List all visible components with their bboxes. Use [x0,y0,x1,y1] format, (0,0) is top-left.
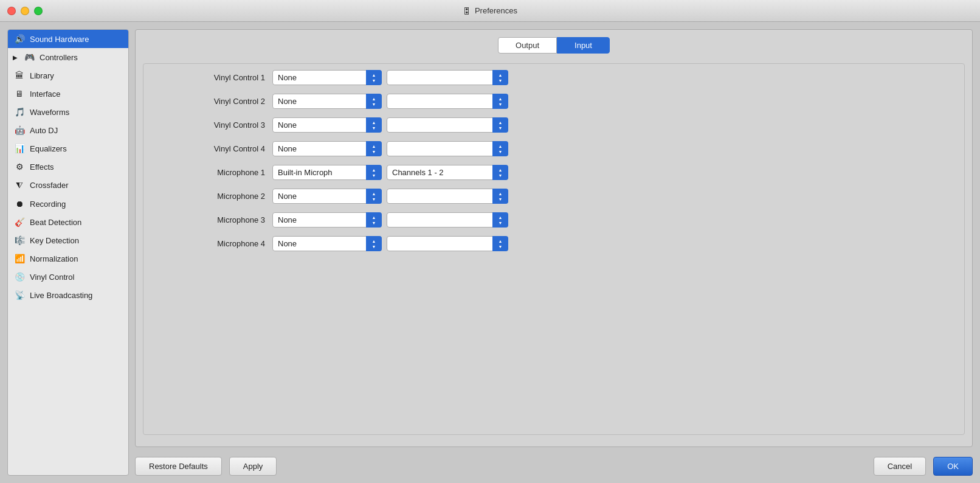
crossfader-icon: ⧨ [14,180,25,190]
expand-arrow-icon: ▶ [13,54,18,61]
sidebar-item-label: Normalization [30,254,78,263]
device-dropdown-wrap: NoneBuilt-in MicrophBuilt-in InputUSB Au… [272,212,382,228]
device-dropdown-wrap: NoneBuilt-in MicrophBuilt-in InputUSB Au… [272,236,382,251]
main-container: 🔊Sound Hardware▶🎮Controllers🏛Library🖥Int… [0,22,980,483]
sidebar: 🔊Sound Hardware▶🎮Controllers🏛Library🖥Int… [7,29,129,476]
row-label: Vinyl Control 3 [156,120,265,130]
row-controls: NoneBuilt-in MicrophBuilt-in InputUSB Au… [272,70,952,85]
sidebar-item-label: Sound Hardware [30,35,89,44]
recording-icon: ⏺ [14,199,25,209]
sidebar-item-recording[interactable]: ⏺Recording [8,195,128,213]
channel-select[interactable]: Channels 1 - 2Channels 3 - 4 [387,212,508,228]
ok-button[interactable]: OK [933,457,973,476]
sidebar-item-live-broadcasting[interactable]: 📡Live Broadcasting [8,286,128,304]
sidebar-item-label: Waveforms [30,108,69,117]
app-icon: 🎛 [463,6,471,16]
window-title-text: Preferences [475,6,517,15]
channel-dropdown-wrap: Channels 1 - 2Channels 3 - 4 [387,141,508,156]
row-label: Vinyl Control 2 [156,97,265,106]
sidebar-item-label: Equalizers [30,144,67,153]
row-label: Microphone 3 [156,215,265,224]
device-select[interactable]: NoneBuilt-in MicrophBuilt-in InputUSB Au… [272,141,382,156]
row-label: Vinyl Control 1 [156,73,265,82]
sidebar-item-label: Auto DJ [30,126,58,135]
channel-dropdown-wrap: Channels 1 - 2Channels 3 - 4 [387,117,508,133]
channel-select[interactable]: Channels 1 - 2Channels 3 - 4 [387,70,508,85]
device-select[interactable]: NoneBuilt-in MicrophBuilt-in InputUSB Au… [272,117,382,133]
waveforms-icon: 🎵 [14,107,25,117]
apply-button[interactable]: Apply [229,457,277,476]
sidebar-item-vinyl-control[interactable]: 💿Vinyl Control [8,268,128,286]
controllers-icon: 🎮 [24,52,35,62]
input-row: Microphone 4NoneBuilt-in MicrophBuilt-in… [156,236,952,251]
row-label: Microphone 1 [156,168,265,177]
sidebar-item-key-detection[interactable]: 🎼Key Detection [8,231,128,249]
device-select[interactable]: NoneBuilt-in MicrophBuilt-in InputUSB Au… [272,94,382,109]
sidebar-item-label: Controllers [40,53,78,62]
tab-input[interactable]: Input [557,37,610,54]
maximize-button[interactable] [34,7,43,15]
minimize-button[interactable] [21,7,29,15]
normalization-icon: 📶 [14,254,25,263]
sidebar-item-interface[interactable]: 🖥Interface [8,85,128,103]
channel-dropdown-wrap: Channels 1 - 2Channels 3 - 4 [387,94,508,109]
device-select[interactable]: NoneBuilt-in MicrophBuilt-in InputUSB Au… [272,70,382,85]
channel-dropdown-wrap: Channels 1 - 2Channels 3 - 4 [387,165,508,180]
channel-select[interactable]: Channels 1 - 2Channels 3 - 4 [387,165,508,180]
sidebar-item-controllers[interactable]: ▶🎮Controllers [8,48,128,66]
restore-defaults-button[interactable]: Restore Defaults [135,457,222,476]
close-button[interactable] [7,7,16,15]
sidebar-item-crossfader[interactable]: ⧨Crossfader [8,176,128,195]
channel-select[interactable]: Channels 1 - 2Channels 3 - 4 [387,141,508,156]
sidebar-item-beat-detection[interactable]: 🎸Beat Detection [8,213,128,231]
device-select[interactable]: NoneBuilt-in MicrophBuilt-in InputUSB Au… [272,236,382,251]
device-select[interactable]: NoneBuilt-in MicrophBuilt-in InputUSB Au… [272,189,382,204]
tab-bar: OutputInput [143,37,965,54]
sidebar-item-effects[interactable]: ⚙Effects [8,158,128,176]
sidebar-item-library[interactable]: 🏛Library [8,66,128,85]
channel-select[interactable]: Channels 1 - 2Channels 3 - 4 [387,117,508,133]
input-row: Microphone 2NoneBuilt-in MicrophBuilt-in… [156,189,952,204]
cancel-button[interactable]: Cancel [874,457,926,476]
scroll-panel[interactable]: Vinyl Control 1NoneBuilt-in MicrophBuilt… [143,63,965,435]
bottom-bar: Restore Defaults Apply Cancel OK [135,453,973,476]
sidebar-item-waveforms[interactable]: 🎵Waveforms [8,103,128,121]
device-dropdown-wrap: NoneBuilt-in MicrophBuilt-in InputUSB Au… [272,94,382,109]
sidebar-item-label: Interface [30,89,61,99]
channel-dropdown-wrap: Channels 1 - 2Channels 3 - 4 [387,236,508,251]
channel-select[interactable]: Channels 1 - 2Channels 3 - 4 [387,189,508,204]
device-select[interactable]: NoneBuilt-in MicrophBuilt-in InputUSB Au… [272,165,382,180]
device-select[interactable]: NoneBuilt-in MicrophBuilt-in InputUSB Au… [272,212,382,228]
row-label: Microphone 2 [156,192,265,201]
channel-select[interactable]: Channels 1 - 2Channels 3 - 4 [387,236,508,251]
sidebar-item-sound-hardware[interactable]: 🔊Sound Hardware [8,30,128,48]
input-row: Vinyl Control 3NoneBuilt-in MicrophBuilt… [156,117,952,133]
effects-icon: ⚙ [14,162,25,172]
sidebar-item-equalizers[interactable]: 📊Equalizers [8,139,128,158]
row-controls: NoneBuilt-in MicrophBuilt-in InputUSB Au… [272,117,952,133]
row-label: Microphone 4 [156,239,265,248]
row-controls: NoneBuilt-in MicrophBuilt-in InputUSB Au… [272,236,952,251]
channel-dropdown-wrap: Channels 1 - 2Channels 3 - 4 [387,70,508,85]
channel-select[interactable]: Channels 1 - 2Channels 3 - 4 [387,94,508,109]
row-controls: NoneBuilt-in MicrophBuilt-in InputUSB Au… [272,94,952,109]
row-controls: NoneBuilt-in MicrophBuilt-in InputUSB Au… [272,212,952,228]
content-panel: OutputInput Vinyl Control 1NoneBuilt-in … [135,29,973,447]
device-dropdown-wrap: NoneBuilt-in MicrophBuilt-in InputUSB Au… [272,165,382,180]
tab-output[interactable]: Output [498,37,557,54]
row-controls: NoneBuilt-in MicrophBuilt-in InputUSB Au… [272,189,952,204]
window-controls[interactable] [7,7,43,15]
device-dropdown-wrap: NoneBuilt-in MicrophBuilt-in InputUSB Au… [272,117,382,133]
row-controls: NoneBuilt-in MicrophBuilt-in InputUSB Au… [272,141,952,156]
window-title: 🎛 Preferences [463,6,517,16]
sidebar-item-normalization[interactable]: 📶Normalization [8,249,128,268]
row-controls: NoneBuilt-in MicrophBuilt-in InputUSB Au… [272,165,952,180]
sidebar-item-label: Effects [30,162,54,172]
sidebar-item-auto-dj[interactable]: 🤖Auto DJ [8,121,128,139]
input-row: Microphone 1NoneBuilt-in MicrophBuilt-in… [156,165,952,180]
interface-icon: 🖥 [14,89,25,99]
content-area: OutputInput Vinyl Control 1NoneBuilt-in … [135,29,973,476]
key-detection-icon: 🎼 [14,235,25,245]
vinyl-control-icon: 💿 [14,272,25,282]
auto-dj-icon: 🤖 [14,125,25,135]
